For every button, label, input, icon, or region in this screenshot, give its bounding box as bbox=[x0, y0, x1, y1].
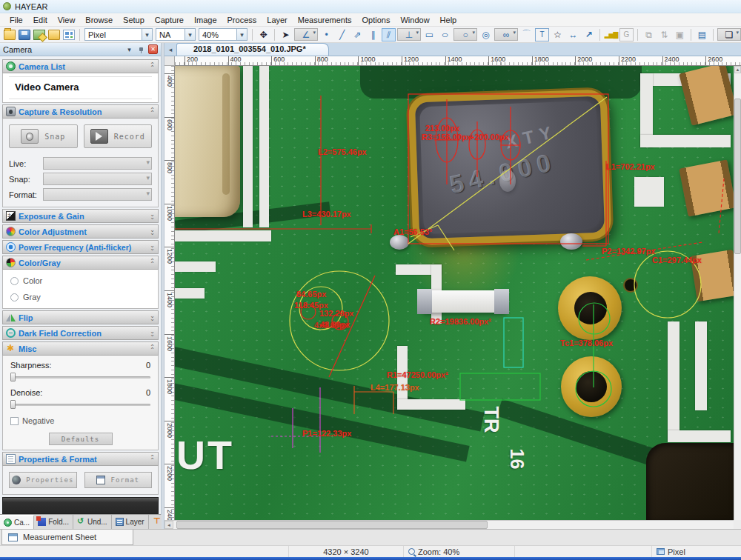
menu-edit[interactable]: Edit bbox=[28, 15, 53, 25]
tab-scroll-left-icon[interactable] bbox=[165, 44, 176, 56]
save-icon[interactable] bbox=[19, 30, 30, 40]
angle-tool-icon[interactable]: ∠ bbox=[294, 28, 318, 41]
scroll-left-icon[interactable]: ◄ bbox=[165, 521, 173, 529]
measurement-label-l2[interactable]: L2=575.46px bbox=[318, 147, 367, 156]
section-header-camera-list[interactable]: Camera List bbox=[2, 59, 159, 73]
measurement-label-a1[interactable]: A1=56.53° bbox=[393, 227, 432, 236]
measurement-label-p1[interactable]: P1=122.33px bbox=[302, 429, 351, 438]
fit-window-icon[interactable]: ⇅ bbox=[657, 28, 671, 41]
image-viewport[interactable]: XTY 54.000 bbox=[175, 66, 734, 520]
magnification-select[interactable]: NA bbox=[156, 28, 196, 41]
text-tool-icon[interactable]: T bbox=[535, 28, 549, 41]
gray-radio[interactable] bbox=[10, 293, 19, 301]
menu-window[interactable]: Window bbox=[395, 15, 434, 25]
rectangle-tool-icon[interactable]: ▭ bbox=[422, 28, 436, 41]
measurement-label-l1[interactable]: L1=702.21px bbox=[606, 162, 655, 171]
live-resolution-select[interactable] bbox=[43, 157, 152, 170]
menu-layer[interactable]: Layer bbox=[262, 15, 293, 25]
collapse-icon[interactable] bbox=[150, 64, 155, 70]
denoise-slider[interactable] bbox=[10, 399, 150, 410]
hatch-tool-icon[interactable]: ⫽ bbox=[382, 28, 396, 41]
select-tool-icon[interactable]: ➤ bbox=[279, 28, 293, 41]
ellipse-tool-icon[interactable]: ○ bbox=[436, 28, 455, 41]
sharpness-slider[interactable] bbox=[10, 372, 150, 382]
point-tool-icon[interactable]: • bbox=[319, 28, 333, 41]
circle-tool-icon[interactable]: ○ bbox=[453, 28, 477, 41]
tab-undo[interactable]: Und... bbox=[73, 515, 112, 529]
record-button[interactable]: Record bbox=[84, 124, 153, 148]
section-header-dark-field[interactable]: Dark Field Correction bbox=[2, 326, 159, 340]
histogram-icon[interactable]: ▂▅▇ bbox=[604, 28, 618, 41]
open-file-icon[interactable] bbox=[4, 30, 16, 40]
measurement-label-tc1[interactable]: Tc1=378.06px bbox=[560, 339, 613, 347]
slider-thumb[interactable] bbox=[10, 373, 16, 381]
section-header-color-gray[interactable]: Color/Gray bbox=[2, 256, 159, 270]
menu-file[interactable]: File bbox=[4, 15, 28, 25]
expand-icon[interactable] bbox=[150, 315, 155, 321]
format-select[interactable] bbox=[43, 188, 152, 201]
expand-icon[interactable] bbox=[150, 229, 155, 235]
line-tool-icon[interactable]: ╱ bbox=[335, 28, 349, 41]
slider-thumb[interactable] bbox=[10, 400, 16, 409]
properties-button[interactable]: Properties bbox=[9, 472, 77, 488]
negative-check-row[interactable]: Negative bbox=[9, 413, 152, 428]
section-header-flip[interactable]: Flip bbox=[2, 310, 159, 324]
menu-measurements[interactable]: Measurements bbox=[293, 15, 357, 25]
measurement-label-132[interactable]: 132.20px bbox=[319, 309, 353, 318]
zoom-select[interactable]: 40% bbox=[199, 28, 247, 41]
section-header-capture[interactable]: Capture & Resolution bbox=[2, 104, 159, 119]
menu-process[interactable]: Process bbox=[222, 15, 262, 25]
polygon-tool-icon[interactable]: ☆ bbox=[551, 28, 565, 41]
collapse-icon[interactable] bbox=[150, 109, 155, 115]
measurement-label-r1[interactable]: R1=47250.00px² bbox=[387, 370, 448, 379]
menu-browse[interactable]: Browse bbox=[80, 15, 118, 25]
section-header-color-adjustment[interactable]: Color Adjustment bbox=[2, 224, 159, 239]
measurement-label-c1[interactable]: C1=297.44px bbox=[652, 256, 702, 264]
format-button[interactable]: Format bbox=[84, 472, 153, 488]
snap-button[interactable]: Snap bbox=[9, 124, 78, 148]
collapse-icon[interactable] bbox=[150, 346, 155, 352]
notebook-icon[interactable]: ▤ bbox=[695, 28, 709, 41]
thumbnail-browser-icon[interactable] bbox=[63, 30, 75, 40]
measurement-label-4x3[interactable]: 4x3.00px bbox=[314, 321, 348, 330]
menu-image[interactable]: Image bbox=[189, 15, 222, 25]
edit-image-icon[interactable] bbox=[33, 30, 45, 40]
measurement-label-l3[interactable]: L3=430.17px bbox=[302, 210, 351, 219]
snap-resolution-select[interactable] bbox=[43, 173, 152, 185]
section-header-exposure[interactable]: Exposure & Gain bbox=[2, 209, 159, 223]
new-view-icon[interactable]: ❏ bbox=[717, 28, 741, 41]
gray-radio-row[interactable]: Gray bbox=[9, 289, 152, 305]
pan-tool-icon[interactable]: ✥ bbox=[256, 28, 270, 41]
measurement-label-r3[interactable]: R3=156.00px bbox=[422, 133, 471, 141]
camera-name[interactable]: Video Camera bbox=[9, 76, 152, 99]
measurement-label-l4[interactable]: L4=177.13px bbox=[370, 383, 419, 392]
unit-select[interactable]: Pixel bbox=[84, 28, 153, 41]
defaults-button[interactable]: Defaults bbox=[49, 433, 113, 445]
measurement-label-r2[interactable]: R2=19836.00px² bbox=[430, 317, 491, 326]
menu-view[interactable]: View bbox=[53, 15, 81, 25]
chain-circle-tool-icon[interactable]: ∞ bbox=[494, 28, 518, 41]
tab-folders[interactable]: Fold... bbox=[34, 515, 73, 529]
panel-menu-icon[interactable] bbox=[124, 44, 134, 54]
measurement-sheet-tab[interactable]: Measurement Sheet bbox=[1, 530, 133, 545]
menu-help[interactable]: Help bbox=[435, 15, 462, 25]
horizontal-scrollbar[interactable]: ◄ bbox=[165, 520, 734, 529]
expand-icon[interactable] bbox=[150, 213, 155, 219]
concentric-circle-tool-icon[interactable]: ◎ bbox=[479, 28, 493, 41]
parallel-tool-icon[interactable]: ∥ bbox=[366, 28, 380, 41]
measurement-label-200[interactable]: +200.00px bbox=[470, 133, 509, 141]
menu-setup[interactable]: Setup bbox=[118, 15, 150, 25]
vertical-scroll-thumb[interactable] bbox=[734, 99, 741, 254]
close-panel-icon[interactable] bbox=[148, 44, 158, 54]
scroll-up-icon[interactable]: ▲ bbox=[734, 66, 741, 73]
section-header-power-frequency[interactable]: Power Frequency (Anti-flicker) bbox=[2, 240, 159, 254]
vertical-scrollbar[interactable]: ▲ bbox=[734, 66, 741, 520]
negative-checkbox[interactable] bbox=[10, 417, 19, 425]
tab-camera[interactable]: Ca... bbox=[0, 515, 34, 529]
measurement-label-84[interactable]: 84.65px bbox=[296, 290, 326, 299]
expand-icon[interactable] bbox=[150, 244, 155, 250]
lock-icon[interactable]: ▣ bbox=[673, 28, 687, 41]
document-tab[interactable]: 2018_0101_003554_010.JPG* bbox=[176, 43, 329, 56]
grid-g-icon[interactable]: G bbox=[619, 28, 634, 41]
color-radio-row[interactable]: Color bbox=[9, 273, 152, 289]
